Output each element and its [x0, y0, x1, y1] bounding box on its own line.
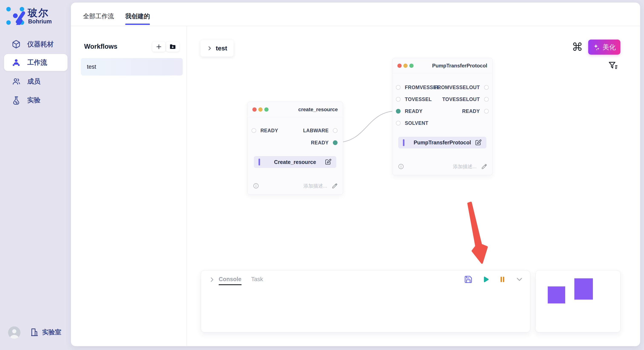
node-create-resource[interactable]: create_resource READY LABWARE READY Crea… — [247, 102, 343, 194]
bohrium-logo-icon — [6, 5, 26, 25]
input-port-row: FROMVESSEL — [396, 81, 440, 93]
breadcrumb-label: test — [216, 45, 227, 52]
port-ready-out[interactable] — [333, 140, 338, 145]
tab-task[interactable]: Task — [251, 276, 263, 285]
beautify-label: 美化 — [603, 43, 616, 52]
workflows-panel-title: Workflows — [84, 43, 117, 50]
workflow-item-name: test — [87, 64, 96, 70]
members-icon — [11, 77, 21, 86]
port-label: READY — [405, 108, 422, 114]
chevron-down-icon[interactable] — [515, 275, 524, 284]
beautify-button[interactable]: 美化 — [588, 39, 620, 55]
sidebar-item-workflow[interactable]: 工作流 — [4, 54, 68, 71]
play-icon[interactable] — [481, 275, 490, 284]
edit-square-icon[interactable] — [325, 159, 332, 166]
sidebar-item-label: 实验 — [27, 96, 40, 105]
console-panel: Console Task — [201, 270, 530, 332]
console-collapse-button[interactable] — [209, 276, 215, 283]
info-icon[interactable] — [398, 164, 404, 170]
sidebar-item-experiment[interactable]: 实验 — [4, 92, 68, 109]
traffic-dot-yellow — [403, 64, 408, 68]
node-description-placeholder[interactable]: 添加描述... — [304, 183, 327, 189]
port-ready-out[interactable] — [484, 109, 489, 114]
package-icon — [11, 39, 21, 49]
save-icon[interactable] — [464, 275, 472, 284]
port-ready-in[interactable] — [252, 128, 256, 133]
port-label: TOVESSEL — [405, 97, 432, 102]
port-label: SOLVENT — [405, 120, 428, 126]
port-ready-in[interactable] — [396, 109, 400, 114]
breadcrumb[interactable]: test — [200, 40, 234, 57]
chevron-right-icon — [209, 276, 215, 283]
tab-console[interactable]: Console — [219, 276, 242, 285]
port-tovesselout[interactable] — [484, 97, 489, 102]
traffic-dot-red — [252, 107, 256, 112]
sparkles-icon — [593, 44, 600, 51]
node-footer: 添加描述... — [248, 181, 343, 190]
node-description-placeholder[interactable]: 添加描述... — [453, 163, 476, 170]
avatar[interactable] — [8, 326, 20, 339]
chevron-right-icon — [207, 45, 212, 51]
workflows-panel: Workflows test — [71, 26, 187, 346]
port-solvent-in[interactable] — [396, 121, 400, 126]
app-name-cn: 玻尔 — [28, 6, 49, 19]
command-icon[interactable]: ⌘ — [572, 40, 583, 54]
minimap[interactable] — [536, 270, 620, 332]
input-port-row: SOLVENT — [396, 117, 428, 129]
workflow-list-item[interactable]: test — [81, 58, 183, 75]
node-action-pill[interactable]: PumpTransferProtocol — [398, 137, 486, 149]
pause-icon[interactable] — [498, 275, 507, 284]
pencil-icon[interactable] — [481, 164, 487, 170]
input-port-row: TOVESSEL — [396, 93, 432, 105]
edge-create-resource-to-pump[interactable] — [336, 111, 397, 143]
building-icon — [30, 328, 39, 337]
experiment-icon — [11, 95, 21, 105]
output-port-row: FROMVESSELOUT — [434, 81, 489, 93]
node-action-pill[interactable]: Create_resource — [254, 156, 336, 168]
edit-square-icon[interactable] — [475, 139, 482, 146]
pill-label: Create_resource — [254, 159, 336, 165]
traffic-dot-yellow — [258, 107, 262, 112]
node-pump-transfer-protocol[interactable]: PumpTransferProtocol FROMVESSEL TOVESSEL… — [392, 58, 492, 175]
filter-icon[interactable] — [607, 60, 618, 71]
workflow-icon — [11, 58, 21, 67]
port-fromvesselout[interactable] — [484, 85, 489, 90]
traffic-dot-red — [398, 64, 402, 68]
workflow-tabbar: 全部工作流 我创建的 — [71, 2, 640, 26]
port-label: READY — [462, 108, 480, 114]
traffic-dot-green — [409, 64, 414, 68]
info-icon[interactable] — [253, 183, 259, 189]
folder-download-icon — [169, 43, 176, 50]
minimap-node-create-resource — [548, 286, 565, 303]
pill-label: PumpTransferProtocol — [398, 140, 486, 146]
port-label: FROMVESSELOUT — [434, 85, 480, 90]
tab-all-workflows[interactable]: 全部工作流 — [83, 12, 114, 26]
minimap-node-pump-transfer — [574, 278, 593, 300]
output-port-row: LABWARE — [303, 125, 338, 137]
app-window: 玻尔 Bohrium 仪器耗材 工作流 — [0, 0, 644, 350]
add-workflow-button[interactable] — [152, 42, 166, 52]
pill-accent-bar — [258, 159, 260, 166]
sidebar: 玻尔 Bohrium 仪器耗材 工作流 — [0, 0, 71, 350]
tab-created-by-me[interactable]: 我创建的 — [125, 12, 150, 26]
node-title: create_resource — [298, 102, 338, 117]
workspace-switcher[interactable]: 实验室 — [30, 328, 61, 337]
pencil-icon[interactable] — [332, 183, 338, 189]
plus-icon — [156, 43, 162, 50]
sidebar-item-members[interactable]: 成员 — [4, 73, 68, 90]
port-label: READY — [311, 140, 328, 146]
input-port-row: READY — [252, 125, 278, 137]
port-fromvessel-in[interactable] — [396, 85, 400, 90]
output-port-row: READY — [462, 105, 489, 117]
traffic-dot-green — [264, 107, 268, 112]
input-port-row: READY — [396, 105, 422, 117]
node-footer: 添加描述... — [392, 162, 492, 171]
sidebar-item-label: 工作流 — [27, 58, 47, 67]
workspace-label: 实验室 — [42, 328, 61, 337]
port-tovessel-in[interactable] — [396, 97, 400, 102]
sidebar-item-consumables[interactable]: 仪器耗材 — [4, 36, 68, 53]
port-label: LABWARE — [303, 128, 328, 134]
port-labware-out[interactable] — [333, 128, 338, 133]
import-workflow-button[interactable] — [166, 42, 179, 52]
node-header: create_resource — [248, 102, 343, 117]
